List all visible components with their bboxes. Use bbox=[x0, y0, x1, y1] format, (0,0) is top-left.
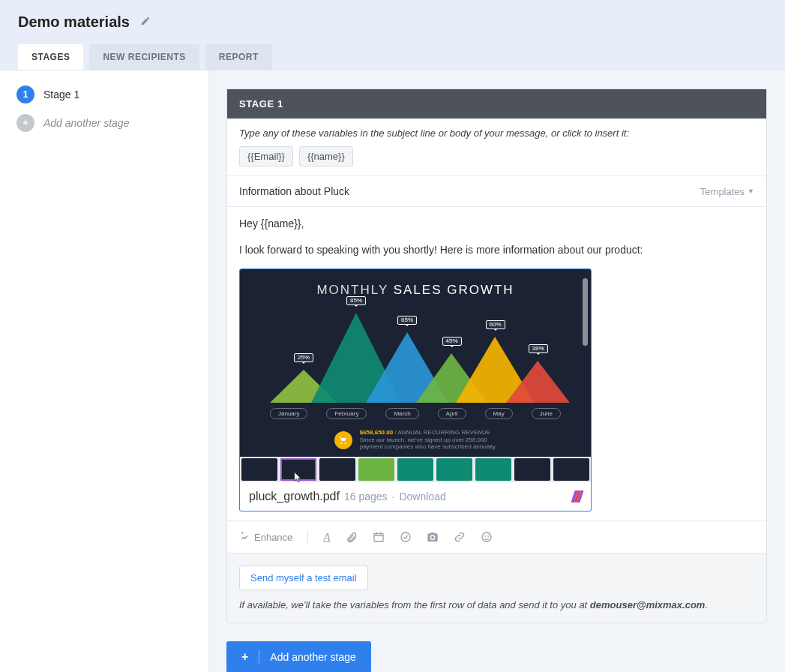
thumbnail[interactable] bbox=[436, 458, 472, 481]
svg-point-7 bbox=[401, 532, 410, 542]
month-axis: January February March April May June bbox=[270, 408, 561, 419]
templates-dropdown[interactable]: Templates ▼ bbox=[700, 186, 754, 197]
thumbnail[interactable] bbox=[475, 458, 511, 481]
attachment-thumbnails[interactable] bbox=[240, 457, 591, 482]
svg-point-8 bbox=[482, 532, 491, 542]
attachment-download-link[interactable]: Download bbox=[399, 490, 445, 502]
sidebar-stage-1[interactable]: 1 Stage 1 bbox=[16, 86, 191, 104]
slide-title: MONTHLY SALES GROWTH bbox=[240, 283, 591, 298]
calendar-icon[interactable] bbox=[373, 531, 385, 543]
chevron-down-icon: ▼ bbox=[748, 188, 754, 195]
send-test-email-button[interactable]: Send myself a test email bbox=[239, 566, 368, 590]
brand-logo-icon bbox=[573, 490, 582, 502]
thumbnail[interactable] bbox=[553, 458, 589, 481]
thumbnail[interactable] bbox=[241, 458, 277, 481]
attachment-icon[interactable] bbox=[346, 531, 358, 543]
peak-label-jun: 38% bbox=[528, 344, 547, 353]
tab-new-recipients[interactable]: NEW RECIPIENTS bbox=[89, 44, 199, 70]
add-another-stage-button[interactable]: + Add another stage bbox=[226, 641, 371, 672]
attachment-pages: 16 pages bbox=[344, 490, 388, 502]
plus-icon: + bbox=[16, 114, 34, 132]
app: Demo materials STAGES NEW RECIPIENTS REP… bbox=[0, 0, 785, 672]
thumbnail[interactable] bbox=[319, 458, 355, 481]
button-divider bbox=[259, 650, 259, 664]
variable-chip-email[interactable]: {{Email}} bbox=[239, 146, 293, 166]
svg-point-10 bbox=[487, 536, 488, 536]
dot-separator: · bbox=[392, 490, 395, 502]
tab-report[interactable]: REPORT bbox=[205, 44, 272, 70]
slide-footer: $658,650.00 / ANNUAL RECURRING REVENUE S… bbox=[240, 429, 591, 451]
poll-icon[interactable] bbox=[400, 531, 412, 543]
sidebar-add-stage[interactable]: + Add another stage bbox=[16, 114, 191, 132]
thumbnail[interactable] bbox=[514, 458, 550, 481]
tab-stages[interactable]: STAGES bbox=[18, 44, 83, 70]
page-title: Demo materials bbox=[18, 14, 130, 31]
toolbar-divider bbox=[307, 530, 308, 544]
enhance-button[interactable]: Enhance bbox=[239, 532, 292, 543]
stage-card: STAGE 1 Type any of these variables in t… bbox=[226, 88, 767, 623]
body-line: I look forward to speaking with you shor… bbox=[239, 242, 754, 258]
test-email-note: If available, we'll take the variables f… bbox=[239, 599, 754, 610]
text-format-icon[interactable]: A bbox=[323, 531, 330, 544]
header: Demo materials bbox=[0, 0, 785, 31]
emoji-icon[interactable] bbox=[481, 531, 493, 543]
body-greeting: Hey {{name}}, bbox=[239, 216, 754, 232]
link-icon[interactable] bbox=[454, 531, 466, 543]
thumbnail[interactable] bbox=[358, 458, 394, 481]
peak-label-may: 60% bbox=[485, 320, 505, 329]
attachment-preview[interactable]: MONTHLY SALES GROWTH 25% 85% bbox=[239, 268, 592, 512]
test-email-section: Send myself a test email If available, w… bbox=[227, 553, 766, 622]
variables-hint: Type any of these variables in the subje… bbox=[239, 128, 754, 139]
variables-section: Type any of these variables in the subje… bbox=[227, 118, 766, 176]
add-stage-bar: + Add another stage bbox=[226, 641, 767, 672]
attachment-slide: MONTHLY SALES GROWTH 25% 85% bbox=[240, 269, 591, 457]
attachment-filename: pluck_growth.pdf bbox=[249, 490, 340, 503]
body-section[interactable]: Hey {{name}}, I look forward to speaking… bbox=[227, 206, 766, 520]
peak-label-mar: 65% bbox=[397, 316, 417, 325]
subject-input[interactable]: Information about Pluck bbox=[239, 185, 349, 197]
sidebar: 1 Stage 1 + Add another stage bbox=[0, 70, 208, 672]
subject-section: Information about Pluck Templates ▼ bbox=[227, 176, 766, 206]
add-stage-button-label: Add another stage bbox=[270, 651, 355, 663]
svg-marker-5 bbox=[506, 361, 570, 403]
cursor-icon bbox=[292, 470, 304, 486]
plus-icon: + bbox=[241, 650, 248, 664]
content: 1 Stage 1 + Add another stage STAGE 1 Ty… bbox=[0, 70, 785, 672]
svg-rect-6 bbox=[374, 533, 383, 542]
variable-chip-name[interactable]: {{name}} bbox=[299, 146, 353, 166]
peak-label-feb: 85% bbox=[346, 296, 366, 305]
cart-icon bbox=[334, 431, 352, 449]
main: STAGE 1 Type any of these variables in t… bbox=[208, 70, 785, 672]
stage-number-badge: 1 bbox=[16, 86, 34, 104]
edit-title-icon[interactable] bbox=[140, 16, 151, 28]
chart-peaks: 25% 85% 65% bbox=[270, 305, 561, 403]
card-header: STAGE 1 bbox=[227, 89, 766, 118]
camera-icon[interactable] bbox=[427, 531, 439, 543]
tabs: STAGES NEW RECIPIENTS REPORT bbox=[18, 44, 785, 70]
templates-label: Templates bbox=[700, 186, 745, 197]
add-stage-label: Add another stage bbox=[43, 117, 129, 129]
svg-point-9 bbox=[484, 536, 485, 536]
attachment-info-bar: pluck_growth.pdf 16 pages · Download bbox=[240, 482, 591, 511]
thumbnail[interactable] bbox=[397, 458, 433, 481]
stage-label: Stage 1 bbox=[43, 88, 79, 100]
editor-toolbar: Enhance A bbox=[227, 520, 766, 553]
